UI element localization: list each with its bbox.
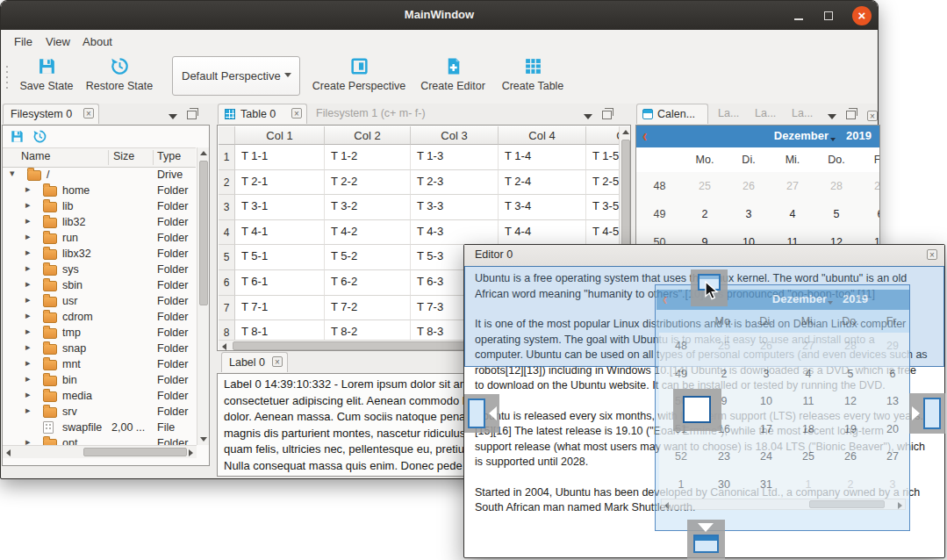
- tree-row-run[interactable]: ▸runFolder: [3, 230, 196, 246]
- table-column-header[interactable]: Col 2: [325, 126, 411, 145]
- dock-indicator-center[interactable]: [673, 389, 721, 431]
- table-row-header[interactable]: 7: [219, 296, 235, 321]
- tree-hscrollbar[interactable]: [3, 445, 197, 458]
- column-size[interactable]: Size: [113, 150, 134, 162]
- calendar-date[interactable]: 3: [727, 200, 771, 228]
- panel-close-icon[interactable]: [867, 111, 878, 121]
- undock-icon[interactable]: [602, 111, 612, 119]
- calendar-date[interactable]: 27: [771, 172, 814, 200]
- save-icon[interactable]: [10, 129, 25, 144]
- year-label[interactable]: 2019: [846, 129, 872, 142]
- tab-menu-icon[interactable]: [584, 114, 592, 119]
- table-cell[interactable]: T 4-2: [325, 220, 411, 246]
- save-state-button[interactable]: Save State: [12, 54, 81, 100]
- minimize-button[interactable]: [789, 6, 808, 25]
- tree-row-mnt[interactable]: ▸mntFolder: [3, 356, 196, 372]
- table-cell[interactable]: T 7-2: [325, 296, 411, 321]
- table-cell[interactable]: T 1-4: [499, 145, 586, 170]
- table-row-header[interactable]: 4: [219, 220, 235, 246]
- calendar-date[interactable]: 28: [814, 172, 858, 200]
- tab-menu-icon[interactable]: [828, 114, 836, 119]
- tab-label-3[interactable]: La...: [785, 104, 818, 124]
- window-titlebar[interactable]: MainWindow ×: [1, 1, 878, 30]
- expander-closed-icon[interactable]: ▸: [25, 373, 31, 384]
- tree-row-media[interactable]: ▸mediaFolder: [3, 388, 196, 404]
- month-label[interactable]: Dezember: [774, 129, 829, 142]
- month-dropdown-icon[interactable]: [830, 138, 836, 141]
- expander-closed-icon[interactable]: ▸: [25, 294, 31, 305]
- tree-row-[interactable]: ▾/Drive: [3, 167, 196, 183]
- tab-label-1[interactable]: La...: [711, 104, 744, 124]
- editor-titlebar[interactable]: Editor 0: [464, 245, 944, 267]
- tree-row-lib32[interactable]: ▸lib32Folder: [3, 214, 196, 230]
- tree-row-tmp[interactable]: ▸tmpFolder: [3, 325, 196, 341]
- tree-row-usr[interactable]: ▸usrFolder: [3, 293, 196, 309]
- tree-row-sbin[interactable]: ▸sbinFolder: [3, 277, 196, 293]
- tab-label-0[interactable]: Label 0: [221, 352, 288, 372]
- table-cell[interactable]: T 4-3: [411, 220, 499, 246]
- table-cell[interactable]: T 4-4: [499, 220, 586, 246]
- expander-closed-icon[interactable]: ▸: [25, 357, 31, 369]
- expander-closed-icon[interactable]: ▸: [25, 215, 31, 226]
- expander-open-icon[interactable]: ▾: [10, 168, 15, 179]
- table-row-header[interactable]: 3: [219, 195, 235, 220]
- menu-view[interactable]: View: [40, 33, 75, 50]
- expander-closed-icon[interactable]: ▸: [25, 199, 31, 211]
- expander-closed-icon[interactable]: ▸: [25, 326, 31, 337]
- tree-row-cdrom[interactable]: ▸cdromFolder: [3, 309, 196, 325]
- table-cell[interactable]: T 6-1: [235, 270, 325, 296]
- tab-close-icon[interactable]: [272, 356, 283, 367]
- calendar-date[interactable]: 6: [858, 200, 880, 228]
- tree-header[interactable]: Name Size Type: [3, 147, 196, 168]
- table-cell[interactable]: T 1-2: [325, 145, 411, 170]
- calendar-date[interactable]: 25: [683, 172, 727, 200]
- table-cell[interactable]: T 6-2: [325, 270, 411, 296]
- calendar-date[interactable]: 2: [683, 200, 727, 228]
- prev-month-icon[interactable]: ‹: [642, 126, 647, 147]
- tree-row-bin[interactable]: ▸binFolder: [3, 372, 196, 388]
- restore-state-button[interactable]: Restore State: [83, 54, 156, 100]
- table-row-header[interactable]: 1: [219, 145, 235, 170]
- column-name[interactable]: Name: [21, 150, 50, 162]
- table-row-header[interactable]: 6: [219, 270, 235, 296]
- table-cell[interactable]: T 2-2: [325, 170, 411, 196]
- table-cell[interactable]: T 5-1: [235, 245, 325, 270]
- expander-closed-icon[interactable]: ▸: [25, 231, 31, 242]
- table-column-header[interactable]: Col 4: [499, 126, 586, 145]
- menu-about[interactable]: About: [77, 33, 118, 50]
- tree-row-opt[interactable]: ▸optFolder: [3, 435, 196, 445]
- tab-label-2[interactable]: La...: [748, 104, 781, 124]
- calendar-date[interactable]: 5: [814, 200, 858, 228]
- table-cell[interactable]: T 3-3: [411, 195, 499, 220]
- table-cell[interactable]: T 3-2: [325, 195, 411, 220]
- menu-file[interactable]: File: [9, 33, 38, 50]
- expander-closed-icon[interactable]: ▸: [25, 278, 31, 290]
- expander-closed-icon[interactable]: ▸: [25, 436, 31, 445]
- table-column-header[interactable]: Col 3: [411, 126, 499, 145]
- expander-closed-icon[interactable]: ▸: [25, 341, 31, 353]
- tree-row-swapfile[interactable]: swapfile2,00 ...File: [3, 420, 196, 435]
- table-column-header[interactable]: Col 1: [235, 126, 325, 145]
- expander-closed-icon[interactable]: ▸: [25, 405, 31, 416]
- tree-row-snap[interactable]: ▸snapFolder: [3, 341, 196, 356]
- restore-icon[interactable]: [32, 129, 47, 144]
- expander-closed-icon[interactable]: ▸: [25, 247, 31, 258]
- calendar-date[interactable]: 4: [771, 200, 814, 228]
- calendar-date[interactable]: 26: [727, 172, 771, 200]
- table-cell[interactable]: T 1-1: [235, 145, 325, 170]
- tab-filesystem-0[interactable]: Filesystem 0: [3, 104, 99, 124]
- create-editor-button[interactable]: Create Editor: [414, 54, 491, 100]
- tree-row-home[interactable]: ▸homeFolder: [3, 183, 196, 198]
- tree-row-lib[interactable]: ▸libFolder: [3, 198, 196, 214]
- column-type[interactable]: Type: [157, 150, 181, 162]
- table-cell[interactable]: T 2-1: [235, 170, 325, 196]
- table-cell[interactable]: T 7-1: [235, 296, 325, 321]
- tab-table-0[interactable]: Table 0: [218, 104, 307, 124]
- tab-menu-icon[interactable]: [169, 114, 177, 119]
- table-cell[interactable]: T 3-4: [499, 195, 586, 220]
- table-cell[interactable]: T 5-2: [325, 245, 411, 270]
- undock-icon[interactable]: [187, 111, 197, 119]
- tab-close-icon[interactable]: [291, 108, 302, 118]
- table-cell[interactable]: T 4-1: [235, 220, 325, 246]
- tab-filesystem-1[interactable]: Filesystem 1 (c+ m- f-): [309, 104, 449, 124]
